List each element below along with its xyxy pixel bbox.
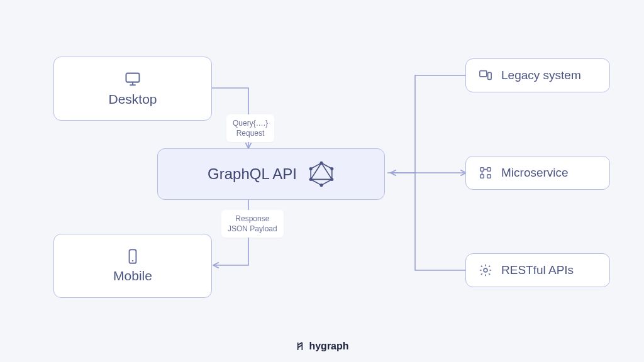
svg-point-12 bbox=[309, 178, 313, 181]
node-center: GraphQL API bbox=[157, 148, 385, 200]
svg-rect-18 bbox=[480, 175, 484, 178]
svg-point-9 bbox=[330, 167, 333, 170]
tag-request-line1: Query{….} bbox=[233, 118, 268, 128]
svg-rect-19 bbox=[487, 175, 491, 178]
brand-footer: hygraph bbox=[0, 341, 644, 352]
svg-marker-7 bbox=[311, 163, 332, 179]
node-desktop: Desktop bbox=[53, 57, 212, 121]
svg-rect-15 bbox=[488, 72, 492, 79]
node-mobile: Mobile bbox=[53, 234, 212, 298]
gear-icon bbox=[479, 263, 492, 277]
node-legacy-label: Legacy system bbox=[501, 69, 581, 82]
svg-rect-1 bbox=[126, 74, 140, 82]
svg-rect-17 bbox=[487, 168, 491, 172]
devices-icon bbox=[479, 69, 492, 82]
node-center-label: GraphQL API bbox=[208, 165, 297, 183]
tag-request-line2: Request bbox=[233, 128, 268, 138]
tag-response-line2: JSON Payload bbox=[228, 224, 277, 234]
tag-request: Query{….} Request bbox=[226, 114, 274, 142]
node-desktop-label: Desktop bbox=[108, 92, 157, 107]
brand-label: hygraph bbox=[309, 341, 348, 352]
diagram-stage: Desktop Mobile GraphQL API Legacy system bbox=[0, 0, 644, 362]
node-mobile-label: Mobile bbox=[113, 268, 152, 283]
svg-rect-16 bbox=[480, 168, 484, 172]
svg-rect-14 bbox=[480, 71, 487, 77]
svg-point-8 bbox=[319, 162, 323, 165]
microservice-icon bbox=[479, 166, 492, 180]
svg-point-13 bbox=[309, 167, 313, 170]
tag-response: Response JSON Payload bbox=[221, 210, 284, 238]
hygraph-logo-icon bbox=[295, 341, 305, 351]
mobile-icon bbox=[125, 248, 141, 265]
svg-point-10 bbox=[330, 178, 333, 181]
node-restful: RESTful APIs bbox=[465, 253, 610, 287]
node-microservice: Microservice bbox=[465, 156, 610, 190]
svg-point-22 bbox=[484, 268, 487, 272]
graphql-icon bbox=[308, 161, 335, 187]
node-legacy: Legacy system bbox=[465, 58, 610, 92]
node-microservice-label: Microservice bbox=[501, 166, 569, 180]
desktop-icon bbox=[124, 70, 142, 88]
node-restful-label: RESTful APIs bbox=[501, 263, 574, 277]
tag-response-line1: Response bbox=[228, 214, 277, 224]
svg-point-11 bbox=[319, 184, 323, 187]
